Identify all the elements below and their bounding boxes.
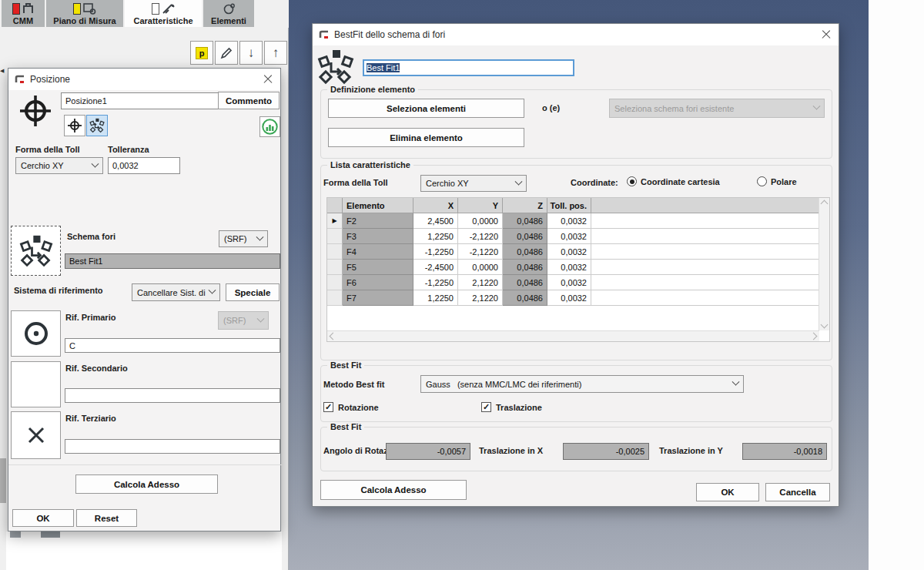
schema-srf-combo[interactable]: (SRF) <box>219 230 268 247</box>
cell-toll-pos[interactable]: 0,0032 <box>547 244 591 260</box>
cell-z[interactable]: 0,0486 <box>503 290 547 306</box>
row-selector[interactable] <box>327 275 343 290</box>
bestfit-titlebar[interactable]: BestFit dello schema di fori <box>313 24 839 45</box>
group-label: Definizione elemento <box>327 85 418 95</box>
header-z[interactable]: Z <box>503 198 547 213</box>
commento-button[interactable]: Commento <box>218 92 280 109</box>
cell-toll-pos[interactable]: 0,0032 <box>547 229 591 244</box>
table-vertical-scrollbar[interactable] <box>819 198 829 330</box>
checkmark-icon: ✓ <box>323 402 333 412</box>
cell-elemento[interactable]: F2 <box>343 213 413 229</box>
rif-primario-button[interactable] <box>11 310 61 357</box>
tolleranza-input[interactable]: 0,0032 <box>108 157 180 174</box>
header-y[interactable]: Y <box>458 198 503 213</box>
cell-y[interactable]: 2,1220 <box>458 275 503 290</box>
scroll-right-icon[interactable] <box>810 333 818 340</box>
metodo-bestfit-combo[interactable]: Gauss (senza MMC/LMC dei riferimenti) <box>420 375 744 393</box>
calcola-adesso-button[interactable]: Calcola Adesso <box>320 480 467 500</box>
rif-terziario-button[interactable] <box>11 411 61 459</box>
statistics-button[interactable] <box>259 116 280 137</box>
position-tolerance-p-button[interactable]: p <box>190 41 213 65</box>
calcola-adesso-button[interactable]: Calcola Adesso <box>75 474 218 494</box>
left-scrollbar-thumb[interactable] <box>0 458 6 503</box>
cell-z[interactable]: 0,0486 <box>503 213 547 229</box>
radio-unselected-icon <box>757 176 767 186</box>
close-icon[interactable] <box>820 28 832 41</box>
cell-toll-pos[interactable]: 0,0032 <box>547 260 591 275</box>
angolo-rotazione-label: Angolo di Rotaz <box>323 446 387 455</box>
header-elemento[interactable]: Elemento <box>343 198 413 213</box>
move-up-button[interactable]: ↑ <box>264 41 287 65</box>
radio-coordinate-cartesiane[interactable]: Coordinate cartesia <box>627 176 720 186</box>
arrow-down-icon: ↓ <box>248 45 255 61</box>
tab-piano-di-misura[interactable]: Piano di Misura <box>46 0 123 27</box>
table-horizontal-scrollbar[interactable] <box>327 330 819 341</box>
edit-button[interactable] <box>215 41 238 65</box>
header-toll-pos[interactable]: Toll. pos. <box>547 198 591 213</box>
cell-y[interactable]: -2,1220 <box>458 244 503 260</box>
cell-x[interactable]: -1,2250 <box>413 275 458 290</box>
tab-elementi[interactable]: Elementi <box>203 0 254 27</box>
cell-z[interactable]: 0,0486 <box>503 244 547 260</box>
cell-z[interactable]: 0,0486 <box>503 275 547 290</box>
forma-toll-combo[interactable]: Cerchio XY <box>420 175 527 192</box>
rotazione-checkbox[interactable]: ✓ Rotazione <box>323 402 379 412</box>
reset-button[interactable]: Reset <box>76 509 137 527</box>
cell-elemento[interactable]: F6 <box>343 275 413 290</box>
elimina-elemento-button[interactable]: Elimina elemento <box>328 128 524 147</box>
cell-y[interactable]: -2,1220 <box>458 229 503 244</box>
cell-z[interactable]: 0,0486 <box>503 260 547 275</box>
rif-terziario-input[interactable] <box>65 439 280 454</box>
cancella-button[interactable]: Cancella <box>765 483 830 501</box>
bestfit-name-input[interactable]: Best Fit1 <box>363 59 574 76</box>
close-icon[interactable] <box>262 73 274 86</box>
forma-toll-combo[interactable]: Cerchio XY <box>15 157 103 174</box>
scroll-up-icon[interactable] <box>821 200 829 208</box>
traslazione-checkbox[interactable]: ✓ Traslazione <box>481 402 542 412</box>
o-e-label: o (e) <box>542 103 560 112</box>
single-position-toggle[interactable] <box>64 115 85 136</box>
move-down-button[interactable]: ↓ <box>239 41 263 65</box>
tab-cmm[interactable]: CMM <box>2 0 45 27</box>
cell-elemento[interactable]: F7 <box>343 290 413 306</box>
cell-elemento[interactable]: F3 <box>343 229 413 244</box>
rif-terziario-label: Rif. Terziario <box>65 414 116 423</box>
cell-x[interactable]: -1,2250 <box>413 244 458 260</box>
radio-polare[interactable]: Polare <box>757 176 797 186</box>
traslazione-x-field: -0,0025 <box>563 443 649 460</box>
row-selector[interactable] <box>327 229 343 244</box>
metodo-bestfit-label: Metodo Best fit <box>323 380 384 389</box>
rif-secondario-input[interactable] <box>65 388 280 403</box>
row-selector[interactable] <box>327 260 343 275</box>
schema-fori-button[interactable] <box>11 226 61 276</box>
speciale-button[interactable]: Speciale <box>226 283 280 301</box>
cell-y[interactable]: 0,0000 <box>458 260 503 275</box>
cell-x[interactable]: 2,4500 <box>413 213 458 229</box>
rif-primario-input[interactable]: C <box>65 338 280 353</box>
scroll-down-icon[interactable] <box>821 321 829 329</box>
cell-x[interactable]: 1,2250 <box>413 290 458 306</box>
cell-x[interactable]: -2,4500 <box>413 260 458 275</box>
cell-toll-pos[interactable]: 0,0032 <box>547 213 591 229</box>
cell-toll-pos[interactable]: 0,0032 <box>547 275 591 290</box>
header-x[interactable]: X <box>413 198 458 213</box>
cell-elemento[interactable]: F4 <box>343 244 413 260</box>
tab-caratteristiche[interactable]: Caratteristiche <box>125 0 202 27</box>
cell-toll-pos[interactable]: 0,0032 <box>547 290 591 306</box>
row-selector[interactable] <box>327 244 343 260</box>
cell-y[interactable]: 2,1220 <box>458 290 503 306</box>
hole-pattern-toggle[interactable] <box>86 115 108 136</box>
seleziona-elementi-button[interactable]: Seleziona elementi <box>328 99 524 118</box>
cell-x[interactable]: 1,2250 <box>413 229 458 244</box>
cell-elemento[interactable]: F5 <box>343 260 413 275</box>
cell-z[interactable]: 0,0486 <box>503 229 547 244</box>
cell-y[interactable]: 0,0000 <box>458 213 503 229</box>
row-selector[interactable]: ▶ <box>327 213 343 229</box>
ok-button[interactable]: OK <box>12 509 74 527</box>
ok-button[interactable]: OK <box>696 483 759 501</box>
row-selector[interactable] <box>327 290 343 306</box>
sistema-combo[interactable]: Cancellare Sist. di <box>132 283 220 301</box>
rif-secondario-button[interactable] <box>11 361 61 407</box>
scroll-left-icon[interactable] <box>330 333 337 340</box>
posizione-titlebar[interactable]: Posizione <box>8 69 280 90</box>
